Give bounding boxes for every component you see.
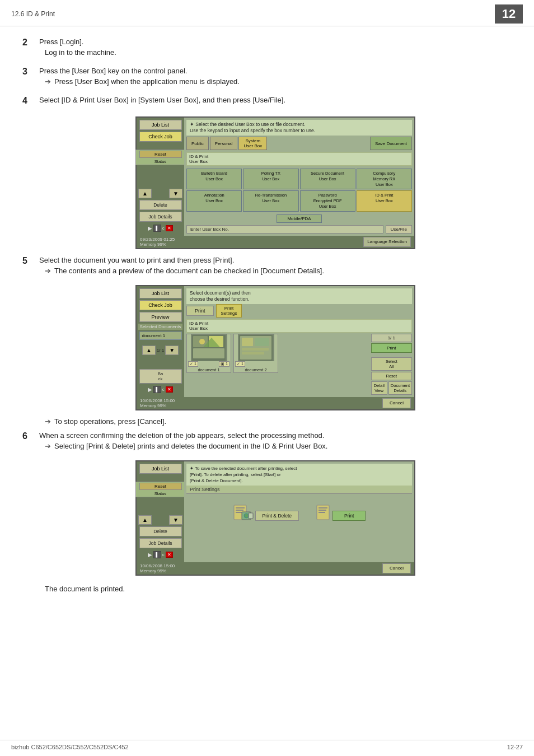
screen1-down-btn[interactable]: ▼ (169, 189, 182, 198)
screen2-check-job-btn[interactable]: Check Job (139, 300, 182, 310)
screen2-doc-area: ✓ 1 ▣ 1 document 1 (186, 334, 412, 395)
screen3-datetime: 10/06/2008 15:00Memory 99% (140, 563, 175, 573)
screen2-selected-doc: document 1 (139, 332, 182, 340)
screen1-enter-label: Enter User Box No. (186, 225, 383, 234)
step-3-number: 3 (22, 67, 39, 77)
ub-compulsory[interactable]: CompulsoryMemory RXUser Box (357, 169, 412, 189)
step-4-number: 4 (22, 96, 39, 106)
screen1-enter-row: Enter User Box No. Use/File (186, 225, 412, 234)
screen3-sidebar: Job List Reset Status ▲ ▼ Delete Job Det… (137, 461, 184, 562)
screen2-print-settings-tab[interactable]: PrintSettings (216, 304, 242, 318)
ub-id-print[interactable]: ID & PrintUser Box (357, 190, 412, 211)
screen3-job-details-btn[interactable]: Job Details (139, 538, 182, 548)
ub-password[interactable]: PasswordEncrypted PDFUser Box (300, 190, 355, 211)
footer-right: 12-27 (507, 744, 523, 750)
screen2-print-action-btn[interactable]: Print (371, 343, 412, 353)
screen2-main: Select document(s) and thenchoose the de… (184, 286, 414, 397)
screen1-tabs: Public Personal SystemUser Box Save Docu… (186, 137, 412, 150)
screen2-doc2-thumb[interactable]: ✓ 1 document 2 (233, 334, 278, 373)
svg-rect-13 (236, 507, 245, 508)
svg-rect-11 (242, 352, 264, 354)
screen1-tab-personal[interactable]: Personal (210, 137, 238, 150)
step-6-main: When a screen confirming the deletion of… (39, 431, 512, 440)
screen1-delete-btn[interactable]: Delete (139, 200, 182, 210)
step-5-main: Select the document you want to print an… (39, 256, 512, 264)
screen3-print-delete-btn[interactable]: Print & Delete (255, 511, 299, 521)
screen1-use-file-btn[interactable]: Use/File (386, 225, 412, 234)
screen2-selected-label: Selected Documents (138, 324, 182, 330)
screen1-datetime: 09/23/2009 01:25Memory 99% (140, 237, 175, 247)
screen2-select-all-btn[interactable]: SelectAll (371, 357, 412, 371)
screen1-sidebar: Job List Check Job Reset Status ▲ ▼ Dele… (137, 118, 184, 236)
screen2-doc1-check2: ▣ 1 (219, 361, 229, 367)
screen2-thumbnails: ✓ 1 ▣ 1 document 1 (186, 334, 369, 395)
svg-point-4 (199, 339, 205, 344)
screen2-back-btn[interactable]: Back (139, 369, 182, 384)
screen2-pager: ▲ 1/ 1 ▼ (142, 346, 179, 355)
screen3-print-only-group: Print (316, 504, 366, 521)
screen3-doc-icon2 (316, 504, 331, 521)
screen2-up-btn[interactable]: ▲ (142, 346, 156, 355)
section-label: 12.6 ID & Print (11, 10, 55, 18)
screen3-job-list-btn[interactable]: Job List (139, 464, 182, 474)
screen1-tab-system[interactable]: SystemUser Box (238, 137, 267, 150)
screen1-ub-header: ID & PrintUser Box (186, 152, 412, 166)
screen1-save-doc-btn[interactable]: Save Document (370, 137, 412, 150)
screen2-top-msg: Select document(s) and thenchoose the de… (186, 288, 412, 304)
screen2-doc1-thumb[interactable]: ✓ 1 ▣ 1 document 1 (186, 334, 231, 373)
screen3-status-bar: 10/06/2008 15:00Memory 99% Cancel (137, 562, 414, 575)
screen3-doc-icon1 (233, 504, 254, 521)
step-3: 3 Press the [User Box] key on the contro… (22, 67, 512, 86)
screen2-down-btn[interactable]: ▼ (165, 346, 179, 355)
ub-secure[interactable]: Secure DocumentUser Box (300, 169, 355, 189)
screen2-doc-details-btn[interactable]: DocumentDetails (388, 381, 412, 395)
screen1-tab-public[interactable]: Public (186, 137, 209, 150)
screen1-job-details-btn[interactable]: Job Details (139, 212, 182, 222)
screen3-down-btn[interactable]: ▼ (169, 515, 182, 525)
screen1-sidebar-bottom: ▲ ▼ Delete Job Details ▶ ▌ c ✕ (138, 186, 182, 234)
screen2-datetime: 10/06/2008 15:00Memory 99% (140, 398, 175, 408)
svg-rect-10 (242, 348, 269, 351)
page-footer: bizhub C652/C652DS/C552/C552DS/C452 12-2… (0, 740, 534, 750)
screen2-print-btn[interactable]: Print (186, 306, 214, 316)
step-4-content: Select [ID & Print User Box] in [System … (39, 96, 512, 106)
step-5-cancel-note: ➔ To stop operations, press [Cancel]. (45, 417, 512, 426)
step-4: 4 Select [ID & Print User Box] in [Syste… (22, 96, 512, 106)
ub-retransmit[interactable]: Re-TransmissionUser Box (243, 190, 298, 211)
screen2-reset-btn[interactable]: Reset (371, 372, 412, 380)
screen3-up-btn[interactable]: ▲ (138, 515, 152, 525)
screen2-cancel-btn[interactable]: Cancel (382, 398, 411, 408)
screen3-wrap: Job List Reset Status ▲ ▼ Delete Job Det… (39, 460, 512, 576)
screen1-status-bar: 09/23/2009 01:25Memory 99% Language Sele… (137, 236, 414, 248)
screen2: Job List Check Job Preview Selected Docu… (135, 285, 415, 410)
step-2: 2 Press [Login]. Log in to the machine. (22, 38, 512, 57)
screen1-lang-btn[interactable]: Language Selection (363, 237, 411, 247)
screen3-print-btn[interactable]: Print (332, 511, 366, 521)
step5-note: ➔ To stop operations, press [Cancel]. (39, 417, 512, 426)
screen1-check-job-btn[interactable]: Check Job (139, 132, 182, 142)
ub-polling[interactable]: Polling TXUser Box (243, 169, 298, 189)
screen2-job-list-btn[interactable]: Job List (139, 288, 182, 298)
screen2-preview-btn[interactable]: Preview (139, 312, 182, 322)
screen3-delete-btn[interactable]: Delete (139, 526, 182, 536)
svg-rect-9 (255, 338, 269, 346)
step-2-number: 2 (22, 38, 39, 48)
ub-bulletin[interactable]: Bulletin BoardUser Box (186, 169, 242, 189)
screen2-doc1-img (191, 334, 227, 361)
ub-annotation[interactable]: AnnotationUser Box (186, 190, 242, 211)
screen3-print-delete-group: Print & Delete (233, 504, 299, 521)
screen3-top-msg: ✦ To save the selected document after pr… (186, 464, 412, 486)
screen3-settings-bar: Print Settings (186, 486, 412, 494)
screen1-layout: Job List Check Job Reset Status ▲ ▼ Dele… (137, 118, 414, 236)
svg-rect-20 (318, 507, 327, 508)
screen1-job-list-btn[interactable]: Job List (139, 120, 182, 130)
screen2-detail-view-btn[interactable]: DetailView (371, 381, 387, 395)
screen1-mobile-btn[interactable]: Mobile/PDA (277, 214, 321, 223)
svg-rect-22 (318, 512, 325, 513)
svg-rect-8 (242, 338, 253, 346)
step-2-content: Press [Login]. Log in to the machine. (39, 38, 512, 57)
screen1-up-btn[interactable]: ▲ (138, 189, 152, 198)
step-5-number: 5 (22, 256, 39, 266)
screen2-sidebar: Job List Check Job Preview Selected Docu… (137, 286, 184, 397)
screen3-cancel-btn[interactable]: Cancel (382, 563, 411, 573)
